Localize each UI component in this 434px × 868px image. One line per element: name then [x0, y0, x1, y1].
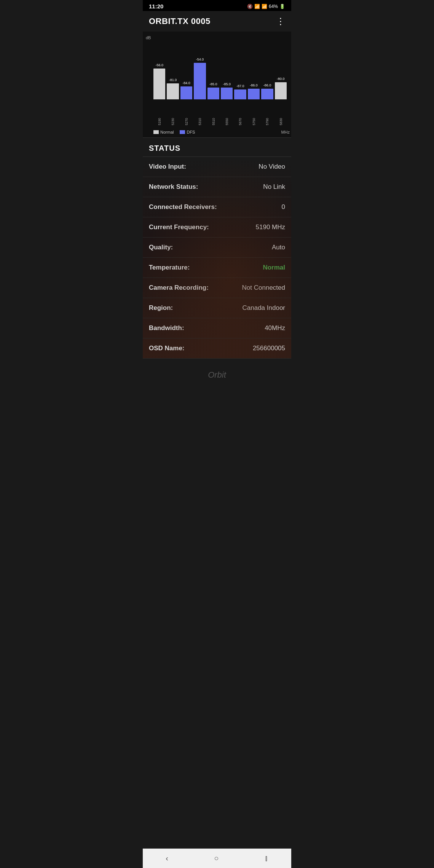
bar-value-5670: -87.0: [236, 84, 244, 88]
bar-5190: [153, 69, 165, 99]
bar-value-5270: -84.0: [182, 81, 190, 85]
bar-group-5790: -86.0: [261, 89, 273, 99]
app-title: ORBIT.TX 0005: [149, 16, 211, 26]
status-value-6: Not Connected: [242, 284, 285, 292]
status-time: 11:20: [149, 3, 163, 10]
y-axis-label: dB: [146, 35, 151, 40]
legend-normal-box: [153, 130, 159, 134]
battery-icon: 🔋: [279, 4, 285, 9]
status-row-1: Network Status:No Link: [143, 177, 291, 197]
status-row-2: Connected Receivers:0: [143, 197, 291, 217]
bar-5510: [207, 88, 219, 99]
menu-button[interactable]: ⋮: [276, 17, 285, 26]
bar-value-5510: -85.0: [209, 82, 217, 86]
legend-normal: Normal: [153, 130, 174, 134]
status-label-8: Bandwidth:: [149, 324, 184, 332]
chart-legend: Normal DFS: [153, 130, 288, 134]
status-row-5: Temperature:Normal: [143, 258, 291, 278]
bar-value-5230: -81.0: [169, 78, 177, 82]
mute-icon: 🔇: [247, 4, 253, 9]
battery-label: 64%: [269, 4, 278, 9]
bar-value-5750: -86.0: [250, 83, 258, 87]
bar-group-5550: -85.0: [221, 88, 233, 99]
status-label-2: Connected Receivers:: [149, 203, 217, 211]
status-value-9: 256600005: [253, 345, 285, 352]
status-rows-container: Video Input:No VideoNetwork Status:No Li…: [143, 157, 291, 359]
bar-5830: [275, 82, 287, 99]
chart-area: -56.0-81.0-84.0-54.0-85.0-85.0-87.0-86.0…: [153, 38, 287, 115]
spectrum-chart: dB -56.0-81.0-84.0-54.0-85.0-85.0-87.0-8…: [143, 32, 291, 138]
status-label-6: Camera Recording:: [149, 284, 209, 292]
status-row-4: Quality:Auto: [143, 238, 291, 258]
bar-value-5830: -80.0: [277, 77, 285, 81]
x-label-5790: 5790: [261, 116, 273, 128]
bar-5310: [194, 63, 206, 99]
legend-dfs-box: [180, 130, 185, 134]
bar-group-5310: -54.0: [194, 63, 206, 99]
x-label-5510: 5510: [207, 116, 219, 128]
bar-5550: [221, 88, 233, 99]
status-row-9: OSD Name:256600005: [143, 338, 291, 359]
status-row-3: Current Frequency:5190 MHz: [143, 217, 291, 238]
status-label-7: Region:: [149, 304, 173, 312]
status-row-0: Video Input:No Video: [143, 157, 291, 177]
legend-dfs-label: DFS: [187, 130, 195, 134]
bar-5270: [180, 86, 192, 99]
bars-wrapper: -56.0-81.0-84.0-54.0-85.0-85.0-87.0-86.0…: [153, 38, 287, 99]
bar-5230: [167, 83, 179, 99]
status-label-1: Network Status:: [149, 183, 198, 191]
bar-value-5790: -86.0: [263, 83, 271, 87]
bar-5670: [234, 89, 246, 99]
bar-group-5830: -80.0: [275, 82, 287, 99]
legend-dfs: DFS: [180, 130, 195, 134]
bar-value-5310: -54.0: [196, 57, 204, 61]
x-label-5310: 5310: [194, 116, 206, 128]
x-label-5550: 5550: [221, 116, 233, 128]
status-label-4: Quality:: [149, 244, 173, 251]
status-value-4: Auto: [272, 244, 285, 251]
status-value-5: Normal: [263, 264, 285, 271]
legend-normal-label: Normal: [160, 130, 174, 134]
bar-5750: [248, 89, 260, 99]
status-row-6: Camera Recording:Not Connected: [143, 278, 291, 298]
bar-value-5550: -85.0: [223, 82, 231, 86]
x-label-5750: 5750: [248, 116, 260, 128]
status-value-2: 0: [282, 203, 285, 211]
bar-value-5190: -56.0: [155, 63, 163, 67]
status-label-5: Temperature:: [149, 264, 190, 271]
x-label-5270: 5270: [180, 116, 192, 128]
status-value-1: No Link: [263, 183, 285, 191]
bar-group-5190: -56.0: [153, 69, 165, 99]
mhz-label: MHz: [281, 130, 290, 134]
x-label-5190: 5190: [153, 116, 165, 128]
app-header: ORBIT.TX 0005 ⋮: [143, 11, 291, 32]
x-labels: 5190523052705310551055505670575057905830: [153, 116, 287, 128]
status-row-7: Region:Canada Indoor: [143, 298, 291, 318]
watermark: Orbit: [143, 359, 291, 388]
status-value-3: 5190 MHz: [256, 223, 285, 231]
bar-group-5510: -85.0: [207, 88, 219, 99]
status-value-8: 40MHz: [265, 324, 285, 332]
status-value-7: Canada Indoor: [243, 304, 285, 312]
bar-group-5670: -87.0: [234, 89, 246, 99]
status-label-9: OSD Name:: [149, 345, 185, 352]
bar-group-5270: -84.0: [180, 86, 192, 99]
bar-5790: [261, 89, 273, 99]
status-label-0: Video Input:: [149, 163, 186, 171]
bar-group-5230: -81.0: [167, 83, 179, 99]
x-label-5830: 5830: [275, 116, 287, 128]
status-icons: 🔇 📶 📶 64% 🔋: [247, 4, 285, 9]
status-value-0: No Video: [258, 163, 285, 171]
status-label-3: Current Frequency:: [149, 223, 209, 231]
wifi-icon: 📶: [254, 4, 260, 9]
status-bar: 11:20 🔇 📶 📶 64% 🔋: [143, 0, 291, 11]
status-rows: Video Input:No VideoNetwork Status:No Li…: [143, 157, 291, 359]
signal-icon: 📶: [262, 4, 267, 9]
status-title: STATUS: [149, 144, 180, 152]
x-label-5230: 5230: [167, 116, 179, 128]
x-label-5670: 5670: [234, 116, 246, 128]
status-section-header: STATUS: [143, 138, 291, 157]
bar-group-5750: -86.0: [248, 89, 260, 99]
status-row-8: Bandwidth:40MHz: [143, 318, 291, 338]
